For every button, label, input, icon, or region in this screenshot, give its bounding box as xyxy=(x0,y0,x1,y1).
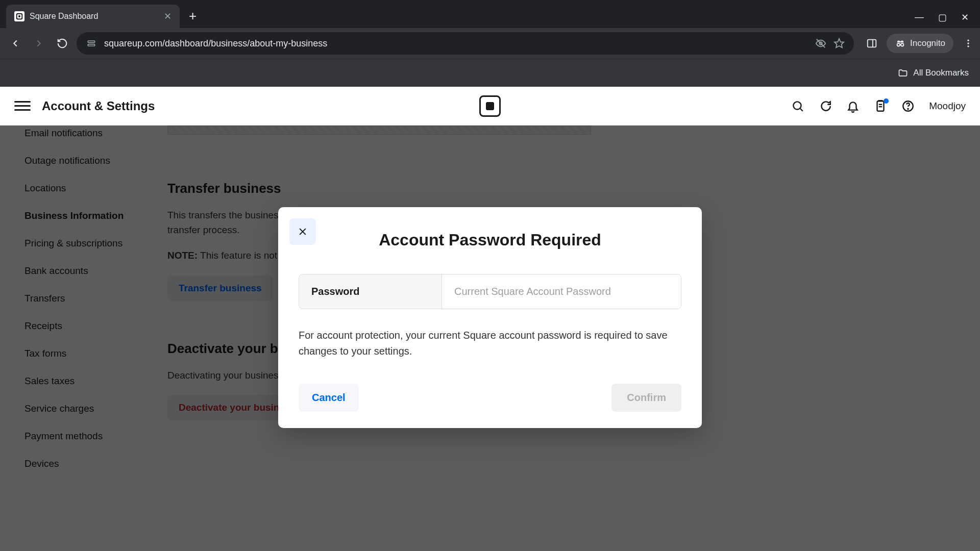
page-title: Account & Settings xyxy=(42,99,155,113)
address-bar[interactable]: squareup.com/dashboard/business/about-my… xyxy=(77,32,854,55)
close-window-icon[interactable]: ✕ xyxy=(961,12,969,23)
svg-point-12 xyxy=(967,42,969,44)
svg-marker-6 xyxy=(835,39,844,47)
modal-overlay[interactable]: Account Password Required Password For a… xyxy=(0,126,980,551)
svg-point-20 xyxy=(908,108,909,109)
incognito-badge[interactable]: Incognito xyxy=(887,34,953,53)
svg-line-15 xyxy=(800,108,803,111)
modal-title: Account Password Required xyxy=(299,231,681,249)
browser-tab[interactable]: Square Dashboard ✕ xyxy=(6,5,180,28)
password-modal: Account Password Required Password For a… xyxy=(278,207,702,428)
window-controls: — ▢ ✕ xyxy=(915,12,980,28)
browser-menu-icon[interactable] xyxy=(963,38,974,49)
modal-actions: Cancel Confirm xyxy=(299,384,681,412)
svg-rect-7 xyxy=(868,40,876,47)
svg-rect-1 xyxy=(18,15,20,17)
header-actions: Moodjoy xyxy=(791,99,966,113)
all-bookmarks-button[interactable]: All Bookmarks xyxy=(898,68,969,78)
maximize-icon[interactable]: ▢ xyxy=(938,12,947,23)
minimize-icon[interactable]: — xyxy=(915,12,924,23)
app-body: Email notifications Outage notifications… xyxy=(0,126,980,551)
cancel-button[interactable]: Cancel xyxy=(299,384,359,412)
reload-button[interactable] xyxy=(53,34,71,53)
modal-description: For account protection, your current Squ… xyxy=(299,328,681,359)
confirm-button[interactable]: Confirm xyxy=(611,384,681,412)
square-favicon xyxy=(14,11,24,21)
bookmark-star-icon[interactable] xyxy=(834,38,845,49)
toolbar: squareup.com/dashboard/business/about-my… xyxy=(0,28,980,59)
help-icon[interactable] xyxy=(901,99,915,113)
svg-point-13 xyxy=(967,45,969,47)
svg-rect-3 xyxy=(88,44,94,46)
incognito-label: Incognito xyxy=(910,38,945,48)
svg-point-9 xyxy=(897,43,900,46)
url-text: squareup.com/dashboard/business/about-my… xyxy=(104,38,808,49)
svg-rect-2 xyxy=(88,41,94,42)
svg-point-11 xyxy=(967,40,969,41)
visibility-off-icon[interactable] xyxy=(815,38,826,49)
search-icon[interactable] xyxy=(791,99,804,113)
tab-bar: Square Dashboard ✕ + — ▢ ✕ xyxy=(0,0,980,28)
site-settings-icon[interactable] xyxy=(86,38,97,49)
menu-icon[interactable] xyxy=(14,98,31,114)
svg-point-14 xyxy=(794,102,801,109)
password-field-row: Password xyxy=(299,274,681,309)
toolbar-right: Incognito xyxy=(866,34,974,53)
side-panel-icon[interactable] xyxy=(866,38,877,49)
password-input[interactable] xyxy=(442,274,681,309)
tab-title: Square Dashboard xyxy=(30,12,159,21)
square-logo[interactable] xyxy=(479,95,501,117)
svg-point-10 xyxy=(901,43,904,46)
browser-chrome: Square Dashboard ✕ + — ▢ ✕ squareup.com/… xyxy=(0,0,980,87)
notifications-icon[interactable] xyxy=(846,99,860,113)
bookmarks-bar: All Bookmarks xyxy=(0,59,980,87)
app-header: Account & Settings Moodjoy xyxy=(0,87,980,126)
all-bookmarks-label: All Bookmarks xyxy=(913,68,969,78)
password-label: Password xyxy=(299,274,442,309)
new-tab-button[interactable]: + xyxy=(180,8,206,28)
app-viewport: Account & Settings Moodjoy xyxy=(0,87,980,551)
forward-button[interactable] xyxy=(30,34,48,53)
user-menu[interactable]: Moodjoy xyxy=(929,101,966,112)
modal-close-button[interactable] xyxy=(289,218,316,245)
chat-icon[interactable] xyxy=(819,99,832,113)
tab-close-icon[interactable]: ✕ xyxy=(164,11,172,22)
notification-dot xyxy=(884,98,889,104)
tasks-icon[interactable] xyxy=(874,99,887,113)
back-button[interactable] xyxy=(6,34,24,53)
